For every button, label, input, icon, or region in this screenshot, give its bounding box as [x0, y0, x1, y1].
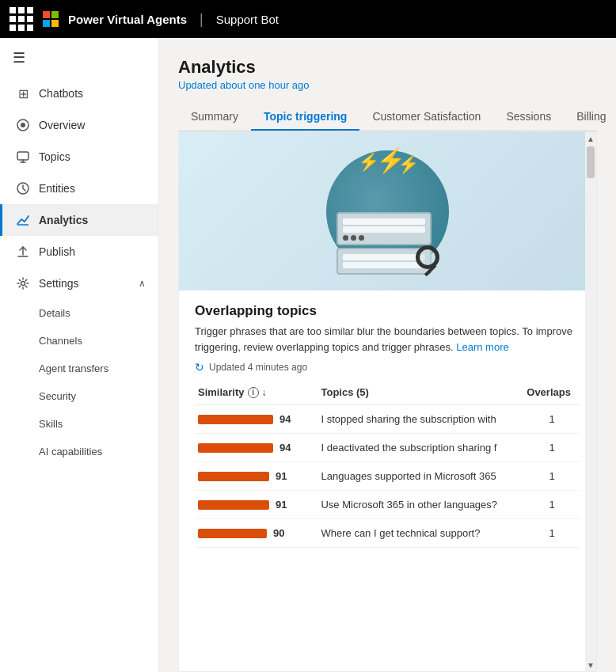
- sidebar: ☰ ⊞ Chatbots Overview Topics Entities: [0, 38, 159, 672]
- overlap-title: Overlapping topics: [195, 303, 580, 319]
- page-title: Analytics: [178, 57, 597, 78]
- th-topics: Topics (5): [318, 380, 523, 405]
- similarity-cell: 94: [195, 434, 318, 462]
- similarity-cell: 90: [195, 519, 318, 548]
- similarity-bar: [198, 500, 269, 510]
- sidebar-sub-label: Details: [39, 307, 70, 319]
- illustration-graphic: ⚡ ⚡ ⚡: [309, 142, 467, 281]
- topic-illustration: ⚡ ⚡ ⚡: [179, 132, 596, 290]
- topic-cell[interactable]: Where can I get technical support?: [318, 519, 523, 548]
- overlaps-cell: 1: [523, 519, 580, 548]
- sidebar-subitem-channels[interactable]: Channels: [0, 327, 158, 355]
- app-title: Power Virtual Agents: [68, 13, 187, 26]
- server-box-1: [337, 212, 432, 245]
- refresh-icon: ↻: [195, 361, 204, 374]
- topic-triggering-card: ⚡ ⚡ ⚡: [178, 131, 597, 672]
- topic-cell[interactable]: I deactivated the subscription sharing f: [318, 434, 523, 462]
- similarity-cell: 91: [195, 491, 318, 519]
- nav-separator: |: [200, 11, 203, 28]
- sidebar-item-entities[interactable]: Entities: [0, 173, 158, 204]
- table-row[interactable]: 94 I stopped sharing the subscription wi…: [195, 405, 580, 434]
- th-topics-label: Topics (5): [321, 386, 368, 398]
- scroll-track: [585, 145, 596, 659]
- similarity-bar: [198, 529, 267, 538]
- sidebar-item-publish[interactable]: Publish: [0, 236, 158, 268]
- overlapping-topics-header: Overlapping topics Trigger phrases that …: [179, 290, 596, 380]
- sidebar-sub-label: Agent transfers: [39, 363, 108, 374]
- sidebar-subitem-agent-transfers[interactable]: Agent transfers: [0, 355, 158, 382]
- topics-table-container[interactable]: Similarity i ↓ Topics (5) Overlaps: [179, 380, 596, 671]
- svg-point-1: [21, 123, 25, 127]
- similarity-value: 91: [276, 499, 287, 511]
- sidebar-sub-label: AI capabilities: [39, 446, 102, 457]
- magnifier-icon: [416, 245, 451, 281]
- overlap-description: Trigger phrases that are too similar blu…: [195, 324, 580, 355]
- tab-topic-triggering[interactable]: Topic triggering: [251, 104, 360, 131]
- page-subtitle: Updated about one hour ago: [178, 79, 597, 91]
- sidebar-item-label: Topics: [39, 150, 70, 163]
- similarity-bar: [198, 443, 273, 453]
- topic-cell[interactable]: Use Microsoft 365 in other languages?: [318, 491, 523, 519]
- overlaps-cell: 1: [523, 462, 580, 491]
- sidebar-subitem-security[interactable]: Security: [0, 382, 158, 410]
- topics-icon: [15, 149, 31, 165]
- sidebar-subitem-ai-capabilities[interactable]: AI capabilities: [0, 438, 158, 465]
- scroll-down-button[interactable]: ▼: [585, 659, 596, 671]
- sidebar-subitem-details[interactable]: Details: [0, 299, 158, 327]
- tab-summary[interactable]: Summary: [178, 104, 251, 131]
- similarity-info-icon[interactable]: i: [248, 387, 259, 398]
- overlaps-cell: 1: [523, 491, 580, 519]
- sidebar-item-label: Analytics: [39, 214, 88, 226]
- sidebar-item-label: Overview: [39, 119, 85, 131]
- overlaps-cell: 1: [523, 405, 580, 434]
- hamburger-button[interactable]: ☰: [0, 38, 158, 78]
- main-content: Analytics Updated about one hour ago Sum…: [159, 38, 616, 672]
- scroll-thumb[interactable]: [587, 146, 595, 178]
- svg-rect-2: [17, 152, 29, 160]
- tab-sessions[interactable]: Sessions: [493, 104, 564, 131]
- sidebar-item-chatbots[interactable]: ⊞ Chatbots: [0, 78, 158, 109]
- similarity-value: 94: [279, 442, 291, 454]
- similarity-bar: [198, 415, 273, 424]
- app-grid-icon[interactable]: [10, 7, 33, 31]
- sidebar-item-label: Publish: [39, 245, 75, 258]
- sidebar-item-overview[interactable]: Overview: [0, 109, 158, 141]
- bot-name: Support Bot: [216, 13, 279, 26]
- learn-more-link[interactable]: Learn more: [456, 341, 508, 353]
- sidebar-item-analytics[interactable]: Analytics: [0, 204, 158, 236]
- sidebar-sub-label: Skills: [39, 418, 63, 430]
- topic-cell[interactable]: Languages supported in Microsoft 365: [318, 462, 523, 491]
- scrollbar: ▲ ▼: [585, 132, 596, 671]
- settings-icon: [15, 275, 31, 291]
- table-row[interactable]: 91 Languages supported in Microsoft 365 …: [195, 462, 580, 491]
- scroll-up-button[interactable]: ▲: [585, 132, 596, 145]
- overview-icon: [15, 117, 31, 133]
- microsoft-logo: [43, 11, 59, 27]
- tab-billing[interactable]: Billing: [564, 104, 616, 131]
- lightning-right-icon: ⚡: [397, 154, 419, 175]
- table-row[interactable]: 94 I deactivated the subscription sharin…: [195, 434, 580, 462]
- analytics-tabs: Summary Topic triggering Customer Satisf…: [178, 104, 597, 131]
- sidebar-item-topics[interactable]: Topics: [0, 141, 158, 173]
- entities-icon: [15, 180, 31, 196]
- updated-text: Updated 4 minutes ago: [209, 362, 307, 373]
- tab-customer-satisfaction[interactable]: Customer Satisfaction: [359, 104, 493, 131]
- publish-icon: [15, 244, 31, 260]
- th-similarity-label: Similarity: [198, 386, 245, 398]
- similarity-cell: 91: [195, 462, 318, 491]
- sidebar-item-label: Settings: [39, 277, 79, 290]
- sidebar-item-label: Entities: [39, 182, 75, 195]
- main-layout: ☰ ⊞ Chatbots Overview Topics Entities: [0, 38, 616, 672]
- analytics-icon: [15, 212, 31, 228]
- sidebar-subitem-skills[interactable]: Skills: [0, 410, 158, 438]
- table-row[interactable]: 91 Use Microsoft 365 in other languages?…: [195, 491, 580, 519]
- topics-table: Similarity i ↓ Topics (5) Overlaps: [195, 380, 580, 548]
- sort-icon[interactable]: ↓: [262, 387, 267, 398]
- sidebar-sub-label: Security: [39, 390, 76, 402]
- overlaps-cell: 1: [523, 434, 580, 462]
- table-row[interactable]: 90 Where can I get technical support? 1: [195, 519, 580, 548]
- topic-cell[interactable]: I stopped sharing the subscription with: [318, 405, 523, 434]
- top-nav: Power Virtual Agents | Support Bot: [0, 0, 616, 38]
- sidebar-item-settings[interactable]: Settings ∧: [0, 268, 158, 299]
- chatbots-icon: ⊞: [15, 85, 31, 101]
